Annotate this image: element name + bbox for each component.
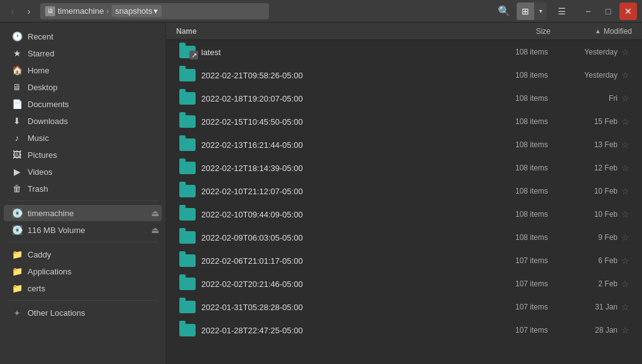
sidebar-item-applications[interactable]: 📁 Applications (4, 263, 162, 279)
table-row[interactable]: latest108 itemsYesterday☆ (169, 41, 639, 63)
col-header-size[interactable]: Size (475, 27, 550, 36)
sidebar-item-caddy[interactable]: 📁 Caddy (4, 246, 162, 263)
folder-icon-wrap (179, 113, 196, 130)
sidebar-item-116mb[interactable]: 💽 116 MB Volume ⏏ (4, 222, 162, 238)
file-name: 2022-02-13T16:21:44-05:00 (201, 140, 473, 150)
folder-icon (179, 138, 196, 151)
file-name: 2022-02-10T21:12:07-05:00 (201, 187, 473, 196)
sidebar-item-desktop[interactable]: 🖥 Desktop (4, 79, 162, 95)
sidebar-item-documents[interactable]: 📄 Documents (4, 96, 162, 112)
desktop-icon: 🖥 (11, 81, 23, 93)
star-icon[interactable]: ☆ (621, 70, 629, 80)
sidebar-item-pictures[interactable]: 🖼 Pictures (4, 147, 162, 163)
star-icon[interactable]: ☆ (621, 279, 629, 289)
star-icon[interactable]: ☆ (621, 140, 629, 150)
search-button[interactable]: 🔍 (495, 3, 513, 20)
116mb-eject-button[interactable]: ⏏ (151, 225, 159, 235)
sidebar-item-starred[interactable]: ★ Starred (4, 45, 162, 61)
file-modified: 13 Feb☆ (548, 140, 629, 150)
timemachine-eject-button[interactable]: ⏏ (151, 208, 159, 218)
recent-icon: 🕐 (11, 31, 23, 42)
table-row[interactable]: 2022-01-28T22:47:25-05:00107 items28 Jan… (169, 319, 639, 341)
folder-icon (179, 92, 196, 105)
sidebar-item-trash[interactable]: 🗑 Trash (4, 180, 162, 197)
file-modified-text: 12 Feb (594, 164, 618, 172)
view-toggle-buttons: ⊞ ▾ (517, 3, 547, 20)
table-row[interactable]: 2022-01-31T05:28:28-05:00107 items31 Jan… (169, 296, 639, 318)
breadcrumb: 🖥 timemachine › snapshots ▾ (40, 3, 269, 19)
star-icon[interactable]: ☆ (621, 47, 629, 57)
sidebar-item-recent[interactable]: 🕐 Recent (4, 28, 162, 44)
sidebar-item-other-locations[interactable]: + Other Locations (4, 304, 162, 321)
sidebar-divider-2 (8, 242, 158, 242)
file-modified-text: Yesterday (584, 48, 618, 56)
sidebar-item-label: Documents (28, 100, 69, 109)
col-header-modified-label: Modified (604, 27, 632, 36)
sidebar-item-home[interactable]: 🏠 Home (4, 62, 162, 78)
star-icon[interactable]: ☆ (621, 209, 629, 219)
table-row[interactable]: 2022-02-18T19:20:07-05:00108 itemsFri☆ (169, 87, 639, 110)
sidebar-item-music[interactable]: ♪ Music (4, 130, 162, 146)
sort-arrow: ▲ (595, 28, 601, 34)
folder-icon (179, 162, 196, 174)
star-icon[interactable]: ☆ (621, 163, 629, 173)
folder-icon-wrap (179, 182, 196, 200)
star-icon[interactable]: ☆ (621, 117, 629, 127)
folder-icon (179, 254, 196, 267)
other-locations-icon: + (11, 307, 23, 318)
file-modified-text: 13 Feb (594, 140, 618, 149)
folder-icon (179, 69, 196, 81)
file-size: 108 items (473, 71, 548, 80)
table-row[interactable]: 2022-02-15T10:45:50-05:00108 items15 Feb… (169, 110, 639, 133)
folder-icon (179, 115, 196, 128)
sidebar-item-label: Trash (28, 184, 48, 194)
list-view-button[interactable]: ☰ (553, 3, 571, 20)
star-icon[interactable]: ☆ (621, 302, 629, 312)
table-row[interactable]: 2022-02-12T18:14:39-05:00108 items12 Feb… (169, 157, 639, 179)
folder-icon-wrap (179, 66, 196, 84)
nav-buttons: ‹ › (5, 4, 36, 19)
sidebar-item-certs[interactable]: 📁 certs (4, 280, 162, 296)
col-header-modified[interactable]: ▲ Modified (550, 27, 632, 36)
table-row[interactable]: 2022-02-09T06:03:05-05:00108 items9 Feb☆ (169, 226, 639, 249)
sidebar-item-label: Recent (28, 32, 53, 41)
file-size: 108 items (473, 210, 548, 219)
table-row[interactable]: 2022-02-06T21:01:17-05:00107 items6 Feb☆ (169, 249, 639, 272)
breadcrumb-child-dropdown[interactable]: snapshots ▾ (112, 5, 162, 17)
sidebar-item-downloads[interactable]: ⬇ Downloads (4, 113, 162, 129)
table-row[interactable]: 2022-02-02T20:21:46-05:00107 items2 Feb☆ (169, 273, 639, 295)
applications-icon: 📁 (11, 266, 23, 277)
table-row[interactable]: 2022-02-21T09:58:26-05:00108 itemsYester… (169, 64, 639, 86)
star-icon[interactable]: ☆ (621, 186, 629, 196)
titlebar: ‹ › 🖥 timemachine › snapshots ▾ 🔍 ⊞ ▾ ☰ … (0, 0, 642, 23)
table-row[interactable]: 2022-02-10T09:44:09-05:00108 items10 Feb… (169, 203, 639, 226)
star-icon[interactable]: ☆ (621, 93, 629, 103)
sidebar-item-videos[interactable]: ▶ Videos (4, 164, 162, 180)
table-row[interactable]: 2022-02-13T16:21:44-05:00108 items13 Feb… (169, 133, 639, 156)
breadcrumb-separator: › (107, 7, 109, 16)
file-modified: 31 Jan☆ (548, 302, 629, 312)
star-icon[interactable]: ☆ (621, 256, 629, 266)
close-button[interactable]: ✕ (619, 3, 637, 20)
file-name: 2022-02-15T10:45:50-05:00 (201, 117, 473, 127)
folder-icon-wrap (179, 205, 196, 223)
forward-button[interactable]: › (21, 4, 36, 19)
file-modified: 28 Jan☆ (548, 325, 629, 335)
file-modified-text: 2 Feb (598, 279, 618, 288)
star-icon[interactable]: ☆ (621, 325, 629, 335)
minimize-button[interactable]: − (579, 3, 597, 20)
star-icon[interactable]: ☆ (621, 232, 629, 242)
back-button[interactable]: ‹ (5, 4, 20, 19)
breadcrumb-dropdown-arrow: ▾ (154, 6, 158, 16)
grid-view-more-button[interactable]: ▾ (534, 3, 547, 20)
breadcrumb-root-label[interactable]: timemachine (58, 6, 104, 16)
table-row[interactable]: 2022-02-10T21:12:07-05:00108 items10 Feb… (169, 180, 639, 202)
starred-icon: ★ (11, 48, 23, 59)
col-header-name[interactable]: Name (176, 27, 475, 36)
file-name: 2022-02-10T09:44:09-05:00 (201, 210, 473, 219)
main-area: 🕐 Recent ★ Starred 🏠 Home 🖥 Desktop 📄 Do… (0, 23, 642, 364)
file-modified: 10 Feb☆ (548, 209, 629, 219)
grid-view-button[interactable]: ⊞ (517, 3, 534, 20)
sidebar-item-timemachine[interactable]: 💽 timemachine ⏏ (4, 205, 162, 221)
maximize-button[interactable]: □ (599, 3, 617, 20)
